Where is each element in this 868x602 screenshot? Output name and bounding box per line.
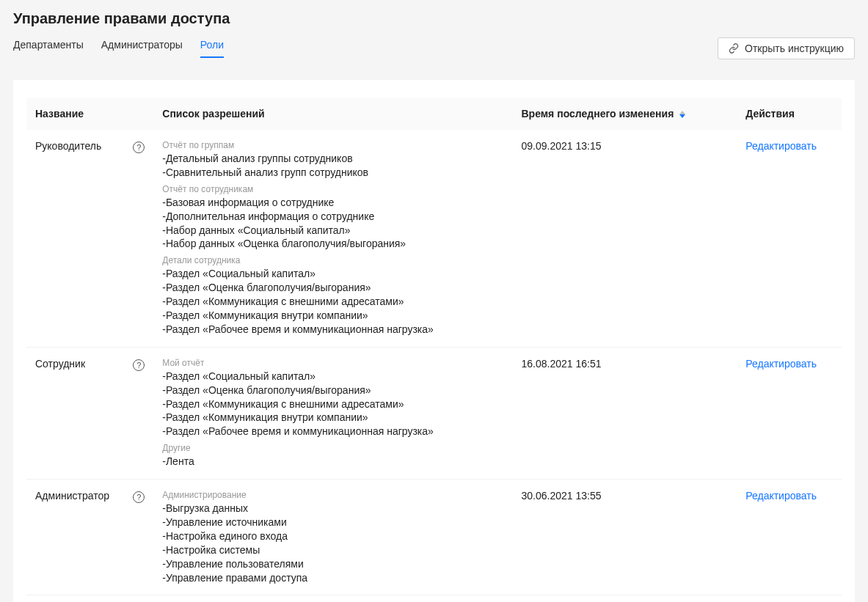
tabs: ДепартаментыАдминистраторыРоли bbox=[13, 39, 224, 58]
perm-item: -Раздел «Социальный капитал» bbox=[162, 267, 503, 281]
perm-item: -Детальный анализ группы сотрудников bbox=[162, 152, 503, 166]
perm-group-title: Детали сотрудника bbox=[162, 255, 503, 265]
last-modified: 16.08.2021 16:51 bbox=[513, 347, 737, 479]
perm-item: -Раздел «Рабочее время и коммуникационна… bbox=[162, 425, 503, 438]
sort-icon bbox=[679, 111, 685, 118]
th-permissions[interactable]: Список разрешений bbox=[153, 98, 512, 130]
perm-item: -Выгрузка данных bbox=[162, 502, 503, 515]
roles-table: Название Список разрешений Время последн… bbox=[26, 98, 842, 595]
perm-item: -Дополнительная информация о сотруднике bbox=[162, 210, 503, 224]
perm-item: -Настройка системы bbox=[162, 543, 503, 557]
perm-item: -Базовая информация о сотруднике bbox=[162, 196, 503, 210]
perm-item: -Набор данных «Социальный капитал» bbox=[162, 224, 503, 238]
perm-group-title: Отчёт по группам bbox=[162, 140, 503, 150]
role-name: Руководитель bbox=[35, 140, 101, 152]
edit-link[interactable]: Редактировать bbox=[745, 140, 817, 152]
tab-1[interactable]: Администраторы bbox=[101, 39, 183, 58]
perm-group-title: Другие bbox=[162, 443, 503, 453]
perm-item: -Управление источниками bbox=[162, 515, 503, 529]
last-modified: 30.06.2021 13:55 bbox=[513, 480, 737, 595]
perm-item: -Раздел «Социальный капитал» bbox=[162, 370, 503, 383]
perm-item: -Лента bbox=[162, 455, 503, 469]
perm-item: -Управление пользователями bbox=[162, 557, 503, 571]
role-name: Сотрудник bbox=[35, 358, 85, 370]
perm-item: -Сравнительный анализ групп сотрудников bbox=[162, 166, 503, 180]
content-card: Название Список разрешений Время последн… bbox=[13, 80, 855, 602]
perm-item: -Раздел «Коммуникация с внешними адресат… bbox=[162, 295, 503, 309]
th-last-modified-label: Время последнего изменения bbox=[522, 108, 674, 120]
link-icon bbox=[729, 43, 739, 54]
perm-item: -Раздел «Рабочее время и коммуникационна… bbox=[162, 323, 503, 337]
edit-link[interactable]: Редактировать bbox=[745, 490, 817, 502]
table-row: Администратор?Администрирование-Выгрузка… bbox=[26, 480, 842, 595]
perm-item: -Раздел «Оценка благополучия/выгорания» bbox=[162, 383, 503, 397]
perm-group-title: Мой отчёт bbox=[162, 358, 503, 368]
help-icon[interactable]: ? bbox=[133, 491, 145, 503]
th-name[interactable]: Название bbox=[26, 98, 153, 130]
perm-item: -Настройка единого входа bbox=[162, 529, 503, 543]
help-icon[interactable]: ? bbox=[133, 359, 145, 371]
perm-item: -Раздел «Коммуникация внутри компании» bbox=[162, 309, 503, 323]
perm-item: -Управление правами доступа bbox=[162, 571, 503, 585]
page-title: Управление правами доступа bbox=[13, 10, 855, 27]
tab-2[interactable]: Роли bbox=[200, 39, 224, 58]
table-row: Руководитель?Отчёт по группам-Детальный … bbox=[26, 130, 842, 347]
perm-item: -Раздел «Коммуникация с внешними адресат… bbox=[162, 397, 503, 411]
open-instruction-button[interactable]: Открыть инструкцию bbox=[718, 37, 855, 59]
perm-item: -Раздел «Оценка благополучия/выгорания» bbox=[162, 281, 503, 295]
help-icon[interactable]: ? bbox=[133, 142, 145, 153]
perm-group-title: Отчёт по сотрудникам bbox=[162, 184, 503, 194]
perm-item: -Набор данных «Оценка благополучия/выгор… bbox=[162, 237, 503, 251]
tab-0[interactable]: Департаменты bbox=[13, 39, 84, 58]
perm-item: -Раздел «Коммуникация внутри компании» bbox=[162, 411, 503, 425]
th-actions[interactable]: Действия bbox=[737, 98, 842, 130]
last-modified: 09.09.2021 13:15 bbox=[513, 130, 737, 347]
perm-group-title: Администрирование bbox=[162, 490, 503, 500]
th-last-modified[interactable]: Время последнего изменения bbox=[513, 98, 737, 130]
table-row: Сотрудник?Мой отчёт-Раздел «Социальный к… bbox=[26, 347, 842, 479]
edit-link[interactable]: Редактировать bbox=[745, 358, 817, 370]
role-name: Администратор bbox=[35, 490, 109, 502]
open-instruction-label: Открыть инструкцию bbox=[745, 43, 844, 54]
